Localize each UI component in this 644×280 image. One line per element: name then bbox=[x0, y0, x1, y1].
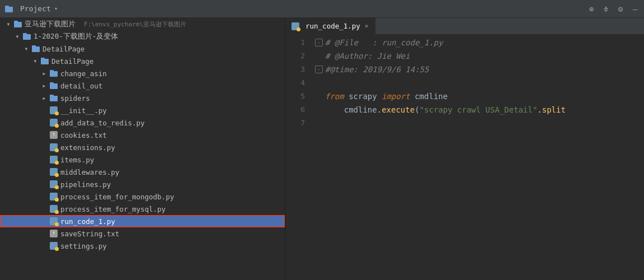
label-cookies: cookies.txt bbox=[60, 131, 107, 139]
label-savestring: saveString.txt bbox=[60, 230, 119, 238]
icon-pipelines bbox=[49, 180, 58, 189]
root-folder-icon bbox=[13, 20, 22, 29]
tree-item-run-code[interactable]: run_code_1.py bbox=[0, 215, 285, 227]
tree-item-detailpage1[interactable]: DetailPage bbox=[0, 43, 285, 55]
code-comment-3: #@time: 2019/9/6 14:55 bbox=[325, 63, 429, 76]
icon-run-code bbox=[49, 217, 58, 226]
folder-detailpage1-icon bbox=[31, 44, 40, 53]
kw-import: import bbox=[382, 90, 410, 103]
tree-item-cookies[interactable]: T cookies.txt bbox=[0, 129, 285, 141]
code-dot: . bbox=[377, 103, 382, 116]
icon-process-mysql bbox=[49, 204, 58, 213]
code-cmdline-ref: cmdline bbox=[325, 103, 377, 116]
layout-icon[interactable]: ≑ bbox=[601, 4, 610, 13]
icon-cookies: T bbox=[49, 130, 58, 139]
label-items: items.py bbox=[60, 156, 94, 164]
tree-item-detailpage2[interactable]: DetailPage bbox=[0, 55, 285, 67]
label-process-mongodb: process_item_for_mongodb.py bbox=[60, 193, 174, 201]
code-cmdline: cmdline bbox=[410, 90, 448, 103]
fold-marker-1[interactable]: - bbox=[315, 39, 323, 46]
label-extensions: extensions.py bbox=[60, 143, 115, 152]
line-num-6: 6 bbox=[285, 103, 305, 116]
arrow-detailpage2 bbox=[31, 57, 39, 65]
line-numbers: 1 2 3 4 5 6 7 bbox=[285, 35, 311, 280]
label-pipelines: pipelines.py bbox=[60, 180, 111, 189]
tree-item-change-asin[interactable]: change_asin bbox=[0, 67, 285, 80]
settings-icon[interactable]: ⚙ bbox=[616, 4, 625, 13]
label-add-data: add_data_to_redis.py bbox=[60, 119, 145, 127]
code-area: 1 2 3 4 5 6 7 - # @File : run_code_1.py bbox=[285, 35, 644, 280]
tree-item-init-py[interactable]: __init__.py bbox=[0, 104, 285, 116]
tree-item-spiders[interactable]: spiders bbox=[0, 92, 285, 104]
arrow-spiders bbox=[40, 94, 48, 102]
line-num-5: 5 bbox=[285, 90, 305, 103]
icon-extensions bbox=[49, 143, 58, 152]
label-middlewares: middlewares.py bbox=[60, 168, 119, 176]
arrow-detail-out bbox=[40, 82, 48, 90]
tree-item-add-data[interactable]: add_data_to_redis.py bbox=[0, 116, 285, 129]
code-line-5: from scrapy import cmdline bbox=[315, 90, 644, 103]
label-detailpage2: DetailPage bbox=[51, 57, 93, 66]
toolbar-actions: ⊕ ≑ ⚙ — bbox=[587, 4, 640, 13]
tree-item-extensions[interactable]: extensions.py bbox=[0, 141, 285, 153]
tree-item-pipelines[interactable]: pipelines.py bbox=[0, 178, 285, 190]
tab-run-code[interactable]: run_code_1.py × bbox=[285, 18, 375, 34]
label-settings: settings.py bbox=[60, 242, 107, 250]
project-title: Project ▾ bbox=[20, 4, 58, 13]
editor-pane: run_code_1.py × 1 2 3 4 5 6 7 - # @Fil bbox=[285, 18, 644, 280]
icon-add-data bbox=[49, 118, 58, 127]
arrow-change-asin bbox=[40, 69, 48, 77]
folder-icon bbox=[4, 4, 13, 13]
add-icon[interactable]: ⊕ bbox=[587, 4, 596, 13]
code-paren: ( bbox=[415, 103, 419, 116]
tree-item-settings[interactable]: settings.py bbox=[0, 240, 285, 252]
tree-item-middlewares[interactable]: middlewares.py bbox=[0, 166, 285, 178]
label-1-2020: 1-2020-下载图片-及变体 bbox=[34, 32, 118, 41]
sidebar: 亚马逊下载图片 F:\envs_pycharm\亚马逊下载图片 1-2020-下… bbox=[0, 18, 285, 280]
label-init-py: __init__.py bbox=[60, 106, 107, 115]
kw-from: from bbox=[325, 90, 344, 103]
tree-item-items[interactable]: items.py bbox=[0, 153, 285, 166]
fold-marker-3[interactable]: - bbox=[315, 66, 323, 73]
tree-item-root[interactable]: 亚马逊下载图片 F:\envs_pycharm\亚马逊下载图片 bbox=[0, 18, 285, 30]
icon-init-py bbox=[49, 106, 58, 115]
icon-savestring: T bbox=[49, 229, 58, 238]
label-spiders: spiders bbox=[60, 94, 90, 102]
code-scrapy: scrapy bbox=[344, 90, 382, 103]
tree-item-savestring[interactable]: T saveString.txt bbox=[0, 227, 285, 240]
toolbar: Project ▾ ⊕ ≑ ⚙ — bbox=[0, 0, 644, 18]
label-run-code: run_code_1.py bbox=[60, 217, 115, 226]
folder-detail-out-icon bbox=[49, 81, 58, 90]
tree-item-process-mongodb[interactable]: process_item_for_mongodb.py bbox=[0, 190, 285, 203]
label-detail-out: detail_out bbox=[60, 82, 102, 90]
code-execute: execute bbox=[382, 103, 415, 116]
folder-detailpage2-icon bbox=[40, 57, 49, 66]
icon-items bbox=[49, 155, 58, 164]
line-num-2: 2 bbox=[285, 49, 305, 63]
tree-item-1-2020[interactable]: 1-2020-下载图片-及变体 bbox=[0, 30, 285, 43]
code-line-6: cmdline . execute ( "scrapy crawl USA_De… bbox=[315, 103, 644, 116]
line-num-1: 1 bbox=[285, 36, 305, 49]
code-content[interactable]: - # @File : run_code_1.py # @Author: Jie… bbox=[311, 35, 644, 280]
code-line-1: - # @File : run_code_1.py bbox=[315, 36, 644, 49]
project-label: Project bbox=[20, 4, 51, 13]
tree-item-detail-out[interactable]: detail_out bbox=[0, 80, 285, 92]
project-dropdown-icon[interactable]: ▾ bbox=[54, 5, 58, 12]
minimize-icon[interactable]: — bbox=[631, 4, 640, 13]
icon-middlewares bbox=[49, 167, 58, 176]
label-detailpage1: DetailPage bbox=[43, 45, 84, 53]
code-string: "scrapy crawl USA_Detail" bbox=[420, 103, 538, 116]
code-split: .split bbox=[537, 103, 566, 116]
code-comment-1: # @File : run_code_1.py bbox=[325, 36, 443, 49]
tree-item-process-mysql[interactable]: process_item_for_mysql.py bbox=[0, 203, 285, 215]
code-line-3: - #@time: 2019/9/6 14:55 bbox=[315, 63, 644, 76]
code-line-2: # @Author: Jie Wei bbox=[315, 49, 644, 63]
arrow-1-2020 bbox=[13, 32, 21, 40]
arrow-detailpage1 bbox=[22, 45, 30, 53]
code-comment-2: # @Author: Jie Wei bbox=[325, 49, 410, 63]
file-tree: 亚马逊下载图片 F:\envs_pycharm\亚马逊下载图片 1-2020-下… bbox=[0, 18, 285, 280]
folder-spiders-icon bbox=[49, 94, 58, 102]
main-layout: 亚马逊下载图片 F:\envs_pycharm\亚马逊下载图片 1-2020-下… bbox=[0, 18, 644, 280]
icon-settings bbox=[49, 241, 58, 250]
tab-close-button[interactable]: × bbox=[364, 22, 370, 30]
